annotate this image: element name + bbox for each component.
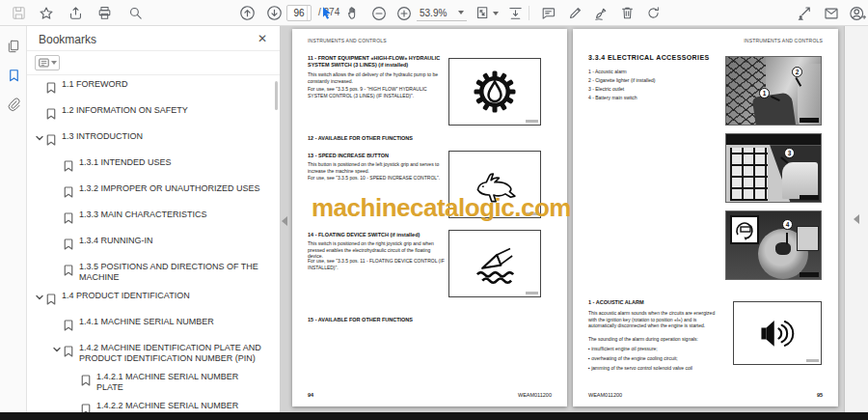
bookmark-item[interactable]: 1.3.2 IMPROPER OR UNAUTHORIZED USES [27, 180, 280, 206]
photo-code-chip [800, 272, 819, 277]
page-thumbnails-tab[interactable] [5, 38, 22, 55]
bookmark-item[interactable]: 1.4.2.1 MACHINE SERIAL NUMBER PLATE [27, 368, 280, 397]
toolbar-separator [529, 6, 529, 20]
chevron-spacer [33, 79, 46, 82]
zoom-out-button[interactable] [367, 2, 391, 24]
alarm-intro: The sounding of the alarm during operati… [588, 336, 723, 343]
bookmark-item[interactable]: 1.4.2 MACHINE IDENTIFICATION PLATE AND P… [27, 339, 280, 368]
toolbar: / 274 53.9% [0, 0, 868, 26]
expand-right-panel-handle[interactable] [854, 214, 859, 224]
select-cursor-button[interactable] [314, 2, 338, 24]
panel-scrollbar-thumb[interactable] [275, 81, 278, 110]
document-code: WEAM011200 [588, 392, 622, 398]
bookmark-icon [64, 262, 79, 280]
bookmark-item[interactable]: 1.1 FOREWORD [27, 75, 280, 101]
chevron-down-icon[interactable] [50, 343, 64, 353]
bookmark-item[interactable]: 1.3 INTRODUCTION [27, 127, 280, 154]
bookmark-item[interactable]: 1.3.1 INTENDED USES [27, 154, 280, 180]
attachments-tab[interactable] [5, 96, 22, 113]
chevron-spacer [50, 210, 64, 212]
chevron-down-icon [493, 12, 499, 15]
bookmark-item-label: 1.3.2 IMPROPER OR UNAUTHORIZED USES [79, 183, 274, 194]
alarm-bullet: insufficient engine oil pressure; [588, 346, 723, 352]
bookmark-item[interactable]: 1.4.2.2 MACHINE SERIAL NUMBER PLATE (acc… [27, 397, 280, 412]
highlight-pen-button[interactable] [563, 2, 586, 24]
callout-2: 2 [792, 67, 802, 77]
panel-title: Bookmarks [39, 33, 96, 46]
account-button[interactable] [846, 2, 868, 24]
chevron-spacer [50, 183, 64, 186]
bookmark-icon [46, 291, 62, 309]
running-header: INSTRUMENTS AND CONTROLS [308, 38, 387, 43]
callout-1: 1 [759, 88, 770, 98]
roof-shape [726, 134, 821, 145]
previous-page-button[interactable] [235, 2, 258, 24]
right-panel-rail [844, 26, 868, 412]
chevron-down-icon[interactable] [33, 291, 46, 301]
figure-code-chip [806, 359, 819, 362]
photo-cab-interior-2: 3 [725, 133, 822, 203]
rotate-button[interactable] [641, 2, 665, 24]
close-icon[interactable]: ✕ [255, 31, 270, 46]
bookmark-item[interactable]: 1.3.5 POSITIONS AND DIRECTIONS OF THE MA… [27, 258, 280, 287]
section-13-body: This button is positioned on the left jo… [308, 161, 445, 174]
list-options-icon [39, 58, 49, 68]
bookmark-item-label: 1.3.4 RUNNING-IN [79, 236, 167, 246]
photo-cab-interior-1: 1 2 [725, 56, 822, 126]
fit-width-button[interactable] [503, 2, 527, 24]
trash-button[interactable] [615, 2, 638, 24]
section-11-body: This switch allows the oil delivery of t… [308, 71, 448, 84]
next-page-button[interactable] [262, 2, 285, 24]
collapse-panel-handle[interactable] [282, 216, 287, 226]
star-button[interactable] [35, 2, 58, 24]
print-button[interactable] [93, 2, 116, 24]
bookmark-icon [46, 105, 62, 124]
callout-4: 4 [782, 219, 793, 230]
chevron-down-icon [51, 61, 57, 65]
bookmark-item-label: 1.4.1 MACHINE SERIAL NUMBER [79, 317, 228, 327]
bookmark-item[interactable]: 1.2 INFORMATION ON SAFETY [27, 101, 280, 127]
share-upload-button[interactable] [64, 2, 87, 24]
bookmark-icon [64, 343, 79, 361]
save-button[interactable] [7, 2, 30, 24]
alarm-bullet: jamming of the servo control solenoid va… [588, 365, 723, 372]
switch-knob [775, 242, 791, 255]
pdf-viewer-window: / 274 53.9% Bookmarks [0, 0, 868, 420]
bookmark-item[interactable]: 1.4 PRODUCT IDENTIFICATION [27, 287, 280, 313]
document-page-95: INSTRUMENTS AND CONTROLS 3.3.4 ELECTRICA… [573, 29, 838, 406]
search-button[interactable] [123, 2, 147, 24]
bookmark-item-label: 1.4 PRODUCT IDENTIFICATION [62, 291, 203, 301]
document-page-94: INSTRUMENTS AND CONTROLS 11 - FRONT EQUI… [292, 29, 567, 406]
zoom-level-select[interactable]: 53.9% [417, 5, 467, 21]
watermark-text: machinecatalogic.com [312, 193, 571, 223]
section-title: 3.3.4 ELECTRICAL ACCESSORIES [588, 54, 710, 61]
bookmark-item-label: 1.4.2.2 MACHINE SERIAL NUMBER PLATE (acc… [96, 401, 280, 412]
mail-button[interactable] [820, 2, 843, 24]
floating-device-icon [469, 240, 521, 287]
page-number-input[interactable] [286, 5, 312, 21]
share-link-button[interactable] [793, 2, 816, 24]
page-number: 95 [817, 392, 823, 398]
alarm-body: This acoustic alarm sounds when the circ… [588, 310, 723, 329]
comment-button[interactable] [536, 2, 559, 24]
bookmarks-panel-header: Bookmarks ✕ [27, 26, 280, 51]
section-12-heading: 12 - AVAILABLE FOR OTHER FUNCTIONS [308, 135, 481, 142]
bookmark-item-label: 1.3.3 MAIN CHARACTERISTICS [79, 210, 221, 220]
section-14-body: This switch is positioned on the right j… [308, 240, 445, 260]
bookmark-item[interactable]: 1.3.4 RUNNING-IN [27, 232, 280, 258]
bookmark-item-label: 1.4.2 MACHINE IDENTIFICATION PLATE AND P… [79, 343, 280, 364]
bookmark-item[interactable]: 1.4.1 MACHINE SERIAL NUMBER [27, 313, 280, 339]
bookmark-item[interactable]: 1.3.3 MAIN CHARACTERISTICS [27, 206, 280, 232]
fit-page-button[interactable] [472, 2, 501, 24]
hand-tool-button[interactable] [341, 2, 365, 24]
chevron-down-icon[interactable] [33, 131, 46, 142]
accessory-item: 2 - Cigarette lighter (if installed) [588, 77, 719, 84]
bookmarks-options-button[interactable] [35, 55, 60, 70]
alarm-bullet: overheating of the engine cooling circui… [588, 355, 723, 362]
document-code: WEAM011200 [518, 392, 552, 398]
zoom-in-button[interactable] [393, 2, 416, 24]
signature-button[interactable] [589, 2, 612, 24]
bookmarks-tab[interactable] [5, 67, 22, 84]
chevron-spacer [50, 157, 64, 160]
running-header: INSTRUMENTS AND CONTROLS [744, 38, 823, 43]
